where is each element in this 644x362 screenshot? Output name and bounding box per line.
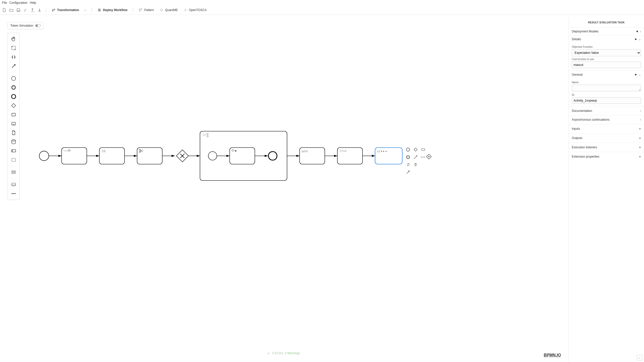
svg-point-57	[409, 164, 410, 164]
chevron-right-icon: ›	[640, 109, 641, 113]
cost-function-input[interactable]	[572, 62, 641, 68]
svg-point-29	[15, 193, 16, 194]
edit-icon[interactable]	[23, 8, 28, 12]
svg-point-20	[12, 140, 16, 141]
menu-file[interactable]: File	[2, 1, 7, 5]
palette-separator	[9, 178, 18, 178]
bpmn-io-logo[interactable]: BPMN.IO	[544, 353, 561, 357]
opentosca-button[interactable]: OpenTOSCA	[182, 7, 208, 13]
name-input[interactable]	[572, 85, 641, 91]
subprocess-start-event[interactable]	[208, 152, 217, 160]
add-extension-icon[interactable]: +	[639, 155, 641, 159]
section-extension-properties[interactable]: Extension properties +	[569, 152, 644, 161]
subprocess-end-event[interactable]	[268, 152, 277, 160]
task-result-evaluation-selected[interactable]	[375, 148, 402, 164]
intermediate-event-tool[interactable]	[8, 83, 19, 92]
pool-tool[interactable]	[8, 146, 19, 155]
save-icon[interactable]	[16, 8, 21, 12]
section-general[interactable]: General ⌄	[569, 71, 644, 78]
section-execution-listeners[interactable]: Execution listeners +	[569, 143, 644, 152]
task-circuit-load[interactable]	[62, 148, 87, 164]
lasso-tool[interactable]	[8, 43, 19, 53]
ctx-append-gateway-right[interactable]	[426, 153, 432, 161]
task-readout[interactable]	[300, 148, 325, 164]
end-event-tool[interactable]	[8, 92, 19, 101]
task-result-combine[interactable]	[337, 148, 363, 164]
new-file-icon[interactable]	[2, 8, 7, 12]
svg-point-13	[12, 76, 16, 81]
deploy-workflow-button[interactable]: Deploy Workflow	[96, 7, 129, 13]
svg-point-48	[385, 151, 386, 152]
add-output-icon[interactable]: +	[639, 136, 641, 140]
section-documentation[interactable]: Documentation ›	[569, 106, 644, 115]
add-input-icon[interactable]: +	[639, 127, 641, 131]
transformation-settings-icon[interactable]	[83, 8, 88, 12]
svg-point-9	[185, 10, 186, 11]
ctx-annotate[interactable]	[413, 154, 419, 160]
ctx-change-type[interactable]	[405, 162, 411, 168]
opentosca-button-label: OpenTOSCA	[189, 8, 207, 12]
task-params[interactable]	[99, 148, 125, 164]
svg-point-27	[12, 193, 13, 194]
open-file-icon[interactable]	[9, 8, 14, 12]
pattern-button-label: Pattern	[144, 8, 154, 12]
separator	[92, 8, 92, 12]
quantme-palette-tool[interactable]	[8, 168, 19, 177]
panel-title: RESULT EVALUATION TASK	[569, 18, 644, 27]
ctx-connect[interactable]	[405, 169, 411, 175]
svg-point-49	[386, 151, 387, 152]
gateway-tool[interactable]	[8, 101, 19, 110]
hand-tool[interactable]	[8, 34, 19, 43]
section-inputs[interactable]: Inputs +	[569, 124, 644, 133]
context-pad	[405, 147, 426, 175]
more-tools[interactable]	[8, 189, 19, 198]
section-async-continuations[interactable]: Asynchronous continuations ›	[569, 115, 644, 124]
task-cutting[interactable]	[137, 148, 162, 164]
ctx-append-task[interactable]	[420, 147, 426, 153]
svg-point-54	[421, 157, 422, 158]
svg-point-16	[12, 95, 16, 99]
objective-function-select[interactable]: Expectation Value	[572, 49, 641, 56]
deploy-workflow-button-label: Deploy Workflow	[103, 8, 127, 12]
connect-tool[interactable]	[8, 62, 19, 71]
ctx-delete[interactable]	[413, 162, 419, 168]
ctx-append-intermediate-event[interactable]	[405, 154, 411, 160]
svg-point-58	[428, 156, 429, 157]
quantme-button[interactable]: QuantME	[158, 7, 179, 13]
panel-collapse-toggle[interactable]: ›	[637, 355, 642, 360]
download-icon[interactable]	[37, 8, 42, 12]
transformation-button[interactable]: Transformation	[50, 7, 80, 13]
section-deployment-models[interactable]: Deployment Models ›	[569, 28, 644, 35]
id-input[interactable]	[572, 97, 641, 104]
svg-point-50	[406, 148, 410, 151]
svg-rect-0	[18, 11, 19, 12]
ctx-more[interactable]	[420, 154, 426, 160]
section-indicator-dot	[636, 31, 638, 32]
section-outputs[interactable]: Outputs +	[569, 133, 644, 143]
menu-help[interactable]: Help	[30, 1, 36, 5]
task-tool[interactable]	[8, 110, 19, 119]
svg-rect-23	[12, 171, 16, 174]
add-listener-icon[interactable]: +	[639, 145, 641, 149]
data-store-tool[interactable]	[8, 137, 19, 146]
start-event-tool[interactable]	[8, 74, 19, 83]
diagram-canvas[interactable]	[0, 18, 569, 362]
svg-point-55	[423, 157, 424, 158]
start-event[interactable]	[39, 151, 49, 161]
subprocess-service-task[interactable]	[230, 148, 255, 164]
svg-rect-22	[12, 158, 16, 162]
upload-icon[interactable]	[30, 8, 35, 12]
ctx-append-gateway[interactable]	[413, 147, 419, 153]
pattern-palette-tool[interactable]	[8, 180, 19, 189]
subprocess-tool[interactable]	[8, 119, 19, 128]
data-object-tool[interactable]	[8, 128, 19, 137]
section-details[interactable]: Details ⌄	[569, 35, 644, 43]
ctx-append-end-event[interactable]	[405, 147, 411, 153]
menu-configuration[interactable]: Configuration	[9, 1, 27, 5]
group-tool[interactable]	[8, 155, 19, 164]
palette-separator	[9, 166, 18, 166]
space-tool[interactable]	[8, 53, 19, 62]
exclusive-gateway[interactable]	[176, 150, 188, 162]
palette-separator	[9, 72, 18, 72]
pattern-button[interactable]: Pattern	[137, 7, 155, 13]
